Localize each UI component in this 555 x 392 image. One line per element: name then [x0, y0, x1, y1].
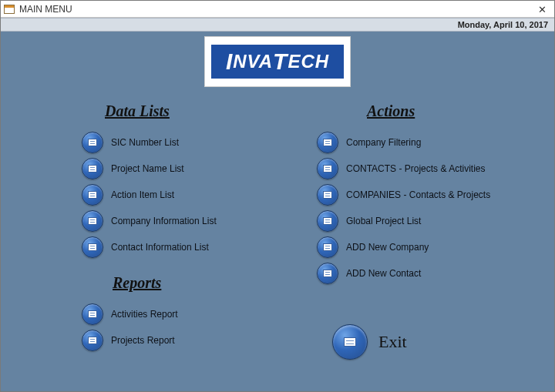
action-item-company-filtering[interactable]: Company Filtering [317, 129, 517, 156]
body-area: INVATECH Data Lists SIC Number List Proj… [1, 32, 554, 391]
window-title: MAIN MENU [19, 4, 72, 15]
action-item-add-new-contact[interactable]: ADD New Contact [317, 260, 517, 286]
left-column: Data Lists SIC Number List Project Name … [82, 102, 274, 353]
form-icon [82, 132, 103, 153]
action-item-companies-contacts-projects[interactable]: COMPANIES - Contacts & Projects [317, 182, 517, 208]
logo-cap-1: I [226, 49, 233, 75]
data-list-item-project-name[interactable]: Project Name List [82, 156, 274, 182]
item-label: Global Project List [346, 216, 421, 226]
item-label: CONTACTS - Projects & Activities [346, 163, 485, 174]
date-bar: Monday, April 10, 2017 [1, 18, 554, 32]
data-list-item-company-info[interactable]: Company Information List [82, 208, 274, 234]
item-label: Action Item List [111, 189, 174, 200]
item-label: Contact Information List [111, 242, 209, 253]
data-list-item-sic[interactable]: SIC Number List [82, 129, 274, 156]
form-icon [317, 158, 338, 179]
actions-heading: Actions [367, 102, 517, 120]
item-label: ADD New Company [346, 242, 429, 253]
form-icon [82, 330, 103, 351]
form-icon [82, 236, 103, 258]
item-label: SIC Number List [111, 137, 179, 148]
form-icon [317, 236, 338, 258]
logo-part-2: ECH [288, 51, 329, 72]
report-item-activities[interactable]: Activities Report [82, 301, 274, 327]
form-icon [332, 324, 368, 360]
main-window: MAIN MENU ✕ Monday, April 10, 2017 INVAT… [0, 0, 555, 392]
exit-button[interactable]: Exit [332, 324, 407, 360]
item-label: ADD New Contact [346, 268, 421, 279]
item-label: Projects Report [111, 335, 175, 346]
reports-heading: Reports [113, 274, 274, 292]
window-icon [4, 5, 15, 14]
form-icon [317, 210, 338, 232]
logo: INVATECH [204, 36, 351, 87]
form-icon [82, 184, 103, 206]
item-label: Company Filtering [346, 137, 421, 148]
close-button[interactable]: ✕ [531, 1, 553, 18]
logo-text: INVATECH [211, 45, 344, 79]
item-label: Project Name List [111, 163, 184, 174]
form-icon [82, 210, 103, 232]
report-item-projects[interactable]: Projects Report [82, 327, 274, 353]
action-item-global-project-list[interactable]: Global Project List [317, 208, 517, 234]
logo-cap-2: T [273, 49, 288, 75]
form-icon [317, 263, 338, 284]
right-column: Actions Company Filtering CONTACTS - Pro… [317, 102, 517, 286]
action-item-add-new-company[interactable]: ADD New Company [317, 234, 517, 260]
action-item-contacts-projects-activities[interactable]: CONTACTS - Projects & Activities [317, 156, 517, 182]
item-label: Activities Report [111, 309, 178, 320]
data-lists-heading: Data Lists [105, 102, 274, 120]
item-label: COMPANIES - Contacts & Projects [346, 189, 490, 200]
current-date: Monday, April 10, 2017 [458, 20, 548, 29]
form-icon [317, 184, 338, 206]
item-label: Company Information List [111, 216, 217, 226]
form-icon [317, 132, 338, 153]
data-list-item-contact-info[interactable]: Contact Information List [82, 234, 274, 260]
data-list-item-action-item[interactable]: Action Item List [82, 182, 274, 208]
logo-part-1: NVA [233, 51, 273, 72]
titlebar: MAIN MENU ✕ [1, 1, 554, 18]
form-icon [82, 303, 103, 325]
exit-label: Exit [378, 332, 407, 352]
form-icon [82, 158, 103, 179]
